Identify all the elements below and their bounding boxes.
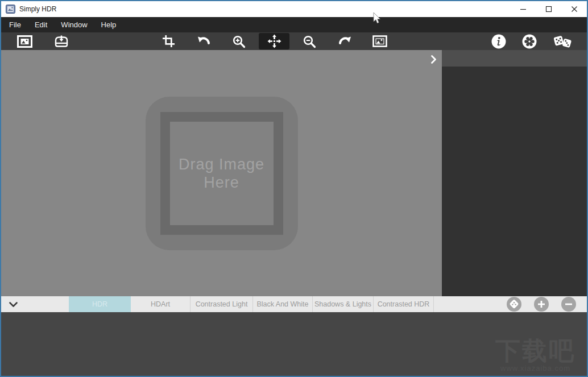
- image-preview-button[interactable]: [367, 33, 393, 49]
- minimize-icon: [520, 6, 527, 13]
- crop-icon: [162, 35, 175, 48]
- image-canvas[interactable]: Drag Image Here: [1, 50, 442, 296]
- info-button[interactable]: [486, 33, 512, 49]
- rotate-left-icon: [197, 35, 211, 48]
- close-button[interactable]: [561, 1, 587, 17]
- tab-hdart[interactable]: HDArt: [131, 296, 190, 312]
- watermark: 下载吧 www.xiazaiba.com: [495, 338, 575, 372]
- tab-black-and-white[interactable]: Black And White: [252, 296, 312, 312]
- open-image-button[interactable]: [11, 33, 38, 49]
- maximize-button[interactable]: [536, 1, 561, 17]
- rotate-right-button[interactable]: [332, 33, 358, 49]
- main-area: Drag Image Here: [1, 50, 587, 296]
- side-panel-header: [442, 50, 587, 67]
- toolbar: [1, 32, 587, 50]
- collapse-presets-button[interactable]: [7, 300, 19, 308]
- menu-file[interactable]: File: [2, 17, 28, 32]
- app-window: Simply HDR File Edit Window Help: [0, 0, 588, 377]
- side-panel: [442, 50, 587, 296]
- dropzone-label: Drag Image Here: [173, 155, 270, 192]
- randomize-preset-button[interactable]: [507, 297, 521, 312]
- menu-bar: File Edit Window Help: [1, 17, 587, 32]
- settings-button[interactable]: [516, 33, 543, 49]
- tab-contrasted-light[interactable]: Contrasted Light: [190, 296, 252, 312]
- minus-icon: [565, 300, 573, 308]
- tab-contrasted-hdr[interactable]: Contrasted HDR: [373, 296, 434, 312]
- window-controls: [510, 1, 587, 17]
- image-preview-icon: [372, 35, 387, 47]
- rotate-right-icon: [338, 35, 352, 48]
- settings-gear-icon: [522, 34, 537, 49]
- menu-window[interactable]: Window: [54, 17, 94, 32]
- app-icon: [6, 5, 15, 14]
- preset-tabs: HDR HDArt Contrasted Light Black And Whi…: [69, 296, 434, 312]
- move-icon: [267, 34, 281, 48]
- zoom-in-button[interactable]: [226, 33, 252, 49]
- title-bar: Simply HDR: [1, 1, 587, 17]
- preset-thumbnails-area: 下载吧 www.xiazaiba.com: [1, 312, 587, 376]
- zoom-out-button[interactable]: [296, 33, 322, 49]
- dropzone-frame: Drag Image Here: [160, 112, 283, 235]
- minimize-button[interactable]: [510, 1, 536, 17]
- maximize-icon: [545, 6, 552, 13]
- zoom-out-icon: [303, 35, 316, 48]
- chevron-down-icon: [9, 301, 18, 308]
- zoom-in-icon: [232, 35, 246, 48]
- dice-icon: [553, 34, 572, 49]
- watermark-logo-text: 下载吧: [495, 338, 575, 364]
- tab-hdr[interactable]: HDR: [69, 296, 131, 312]
- random-dice-button[interactable]: [549, 33, 575, 49]
- save-image-button[interactable]: [48, 33, 74, 49]
- plus-icon: [537, 300, 545, 308]
- dropzone[interactable]: Drag Image Here: [146, 97, 298, 250]
- crop-button[interactable]: [155, 33, 181, 49]
- watermark-url-text: www.xiazaiba.com: [495, 364, 575, 372]
- zoom-out-presets-button[interactable]: [561, 297, 576, 312]
- menu-help[interactable]: Help: [94, 17, 123, 32]
- panel-expand-button[interactable]: [429, 54, 438, 64]
- side-panel-body: [442, 67, 587, 296]
- zoom-in-presets-button[interactable]: [534, 297, 549, 312]
- menu-edit[interactable]: Edit: [28, 17, 54, 32]
- open-image-icon: [17, 35, 32, 48]
- info-icon: [491, 34, 506, 49]
- tab-shadows-lights[interactable]: Shadows & Lights: [312, 296, 373, 312]
- preset-tab-bar: HDR HDArt Contrasted Light Black And Whi…: [1, 296, 587, 312]
- window-title: Simply HDR: [19, 5, 56, 13]
- close-icon: [571, 6, 578, 13]
- rotate-left-button[interactable]: [191, 33, 217, 49]
- save-image-icon: [53, 35, 69, 48]
- chevron-right-icon: [430, 55, 437, 64]
- move-button[interactable]: [259, 33, 289, 49]
- dice-button-icon: [507, 297, 521, 312]
